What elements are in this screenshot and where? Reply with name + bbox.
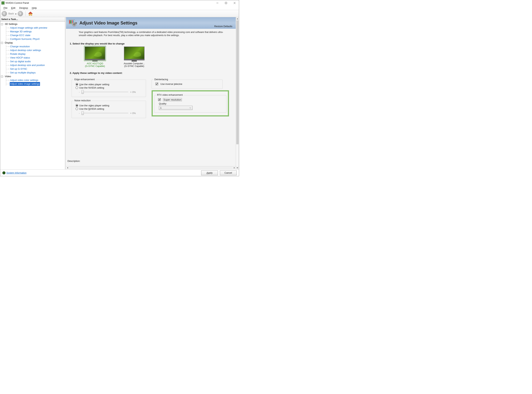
edge-use-player-radio[interactable]: Use the video player setting: [76, 83, 143, 86]
scroll-up-button[interactable]: [236, 17, 239, 20]
scroll-down-button[interactable]: [236, 166, 239, 169]
radio-icon: [76, 86, 78, 89]
svg-rect-8: [69, 20, 70, 24]
svg-marker-18: [234, 167, 235, 169]
collapse-toggle[interactable]: −: [1, 42, 3, 44]
page-header: Adjust Video Image Settings Restore Defa…: [66, 17, 236, 29]
tree-item[interactable]: ··Adjust image settings with preview: [4, 26, 65, 30]
super-resolution-label: Super resolution: [163, 98, 182, 101]
system-information-link[interactable]: i System Information: [2, 171, 26, 174]
display-option[interactable]: AOC AG271QG (G-SYNC Capable): [81, 47, 109, 67]
vertical-scrollbar[interactable]: [236, 17, 239, 169]
rtx-highlight: RTX video enhancement Super resolution: [152, 90, 229, 116]
window: NVIDIA Control Panel File Edit Desktop H…: [0, 0, 239, 176]
scroll-track[interactable]: [236, 20, 239, 166]
rtx-enhancement-group: RTX video enhancement Super resolution: [154, 95, 226, 113]
collapse-toggle[interactable]: −: [1, 76, 3, 78]
tree-item[interactable]: ··View HDCP status: [4, 56, 65, 60]
svg-marker-4: [15, 14, 16, 15]
maximize-button[interactable]: [222, 0, 230, 6]
svg-point-15: [73, 23, 75, 26]
task-tree[interactable]: − ·· 3D Settings ··Adjust image settings…: [0, 21, 65, 169]
video-settings-icon: [69, 19, 77, 27]
description-label: Description:: [67, 160, 80, 162]
monitor-icon: [85, 47, 105, 60]
menu-desktop[interactable]: Desktop: [18, 6, 30, 10]
restore-defaults-link[interactable]: Restore Defaults: [214, 25, 232, 28]
noise-slider[interactable]: - + 0%: [79, 112, 143, 114]
sidebar: Select a Task... − ·· 3D Settings ··Adju…: [0, 17, 65, 169]
tree-item[interactable]: ··Configure Surround, PhysX: [4, 37, 65, 41]
quality-select[interactable]: 1: [159, 106, 192, 110]
step2-title: 2. Apply these settings to my video cont…: [70, 72, 232, 74]
tree-item[interactable]: ··Adjust desktop color settings: [4, 48, 65, 52]
scroll-track[interactable]: [69, 166, 232, 169]
display-sub: (G-SYNC Capable): [81, 65, 109, 67]
group-legend: RTX video enhancement: [156, 94, 183, 96]
tree-item[interactable]: ··Set up G-SYNC: [4, 67, 65, 71]
tree-item[interactable]: ··Change resolution: [4, 45, 65, 48]
back-button[interactable]: [2, 11, 7, 16]
inverse-telecine-checkbox[interactable]: Use inverse telecine: [155, 83, 220, 85]
body: Select a Task... − ·· 3D Settings ··Adju…: [0, 17, 239, 169]
cancel-button[interactable]: Cancel: [220, 171, 237, 175]
edge-use-nvidia-radio[interactable]: Use the NVIDIA setting: [76, 86, 143, 89]
radio-icon: [76, 108, 78, 110]
page-title: Adjust Video Image Settings: [79, 21, 137, 26]
titlebar: NVIDIA Control Panel: [0, 0, 239, 6]
home-button[interactable]: [28, 11, 33, 16]
apply-button[interactable]: Apply: [201, 171, 218, 175]
tree-group-3d: − ·· 3D Settings ··Adjust image settings…: [1, 22, 65, 41]
tree-item[interactable]: ··Adjust desktop size and position: [4, 63, 65, 67]
tree-group-video: − ·· Video ··Adjust video color settings…: [1, 75, 65, 86]
menu-file[interactable]: File: [2, 6, 9, 10]
window-controls: [213, 0, 239, 6]
tree-item[interactable]: ··Adjust video color settings: [4, 78, 65, 82]
noise-use-player-radio[interactable]: Use the video player setting: [76, 104, 143, 107]
noise-reduction-group: Noise reduction Use the video player set…: [72, 101, 146, 118]
tree-item[interactable]: ··Rotate display: [4, 52, 65, 56]
chevron-down-icon: [189, 107, 191, 109]
menu-help[interactable]: Help: [30, 6, 38, 10]
checkbox-icon: [155, 83, 158, 85]
footer: i System Information Apply Cancel: [0, 169, 239, 176]
tree-group-label[interactable]: 3D Settings: [5, 22, 17, 26]
menu-edit[interactable]: Edit: [10, 6, 17, 10]
forward-button[interactable]: [18, 11, 23, 16]
scroll-right-button[interactable]: [232, 166, 236, 169]
svg-marker-17: [67, 167, 68, 169]
tree-item[interactable]: ··Set up digital audio: [4, 60, 65, 63]
tree-item[interactable]: ··Manage 3D settings: [4, 30, 65, 33]
back-label: Back: [8, 12, 14, 15]
display-picker: AOC AG271QG (G-SYNC Capable) Asustek Com…: [70, 47, 232, 67]
group-legend: Noise reduction: [74, 99, 91, 102]
window-title: NVIDIA Control Panel: [6, 1, 29, 4]
minimize-button[interactable]: [213, 0, 222, 6]
main: Adjust Video Image Settings Restore Defa…: [65, 17, 239, 169]
tree-item-selected[interactable]: ··Adjust video image settings: [4, 82, 65, 86]
tree-item[interactable]: ··Set up multiple displays: [4, 71, 65, 75]
scroll-thumb[interactable]: [236, 20, 238, 144]
super-resolution-checkbox[interactable]: Super resolution: [158, 98, 224, 101]
slider-value: + 0%: [130, 112, 136, 114]
noise-use-nvidia-radio[interactable]: Use the NVIDIA setting: [76, 108, 143, 110]
deinterlacing-group: Deinterlacing Use inverse telecine: [152, 80, 223, 89]
edge-enhancement-group: Edge enhancement Use the video player se…: [72, 80, 146, 97]
scroll-left-button[interactable]: [66, 166, 69, 169]
tree-group-label[interactable]: Display: [5, 41, 13, 45]
tree-item[interactable]: ··Change ECC state: [4, 33, 65, 37]
display-option[interactable]: Asustek Computer... (G-SYNC Capable): [120, 47, 148, 67]
edge-slider[interactable]: - + 0%: [79, 91, 143, 93]
collapse-toggle[interactable]: −: [1, 23, 3, 25]
sidebar-header: Select a Task...: [0, 17, 65, 21]
slider-value: + 0%: [130, 91, 136, 93]
svg-rect-10: [71, 20, 72, 24]
back-history-caret[interactable]: [15, 13, 17, 14]
tree-group-label[interactable]: Video: [5, 75, 11, 78]
display-name: AOC AG271QG: [81, 62, 109, 65]
horizontal-scrollbar[interactable]: [66, 166, 236, 169]
slider-min-label: -: [79, 112, 80, 114]
step1-title: 1. Select the display you would like to …: [70, 42, 232, 45]
close-button[interactable]: [230, 0, 239, 6]
slider-min-label: -: [79, 91, 80, 93]
